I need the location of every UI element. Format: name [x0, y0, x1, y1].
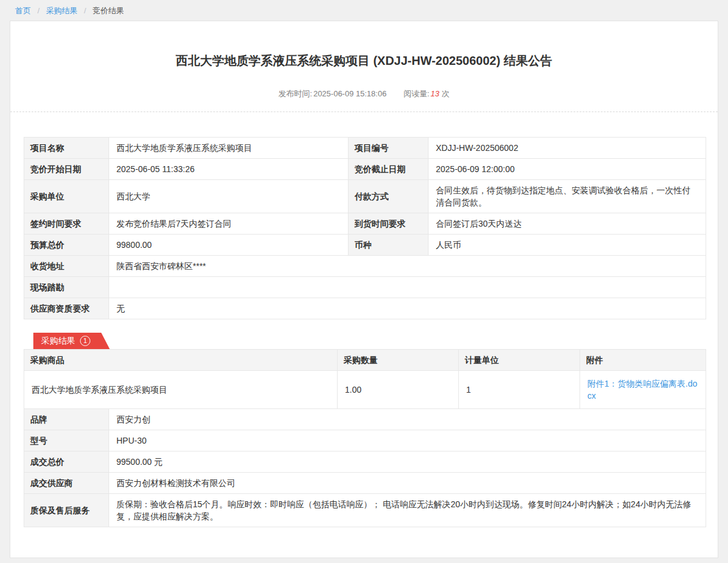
table-row: 成交供应商 西安力创材料检测技术有限公司 [24, 473, 706, 494]
label-project-name: 项目名称 [24, 138, 109, 159]
label-currency: 币种 [349, 235, 429, 256]
label-supplier-qualification: 供应商资质要求 [24, 298, 109, 319]
value-budget-total: 99800.00 [109, 235, 349, 256]
table-row: 项目名称 西北大学地质学系液压系统采购项目 项目编号 XDJJ-HW-20250… [24, 138, 706, 159]
breadcrumb-procurement-results-link[interactable]: 采购结果 [46, 6, 78, 15]
product-name: 西北大学地质学系液压系统采购项目 [24, 371, 338, 409]
value-delivery-address: 陕西省西安市碑林区**** [109, 256, 706, 277]
breadcrumb-current: 竞价结果 [93, 6, 124, 15]
label-deal-price: 成交总价 [24, 451, 109, 473]
announcement-card: 西北大学地质学系液压系统采购项目 (XDJJ-HW-202506002) 结果公… [10, 21, 718, 558]
label-bid-start-date: 竞价开始日期 [24, 159, 109, 180]
value-warranty-service: 质保期：验收合格后15个月。响应时效：即时响应（包括电话响应）； 电话响应无法解… [109, 494, 706, 527]
value-signing-time: 发布竞价结果后7天内签订合同 [109, 213, 349, 235]
page-title: 西北大学地质学系液压系统采购项目 (XDJJ-HW-202506002) 结果公… [35, 52, 693, 70]
publish-time-value: 2025-06-09 15:18:06 [313, 89, 387, 98]
product-row: 西北大学地质学系液压系统采购项目 1.00 1 附件1：货物类响应偏离表.doc… [24, 371, 706, 409]
value-currency: 人民币 [429, 235, 706, 256]
label-purchasing-unit: 采购单位 [24, 180, 109, 213]
read-count: 阅读量:13次 [404, 89, 450, 98]
result-table: 采购商品 采购数量 计量单位 附件 西北大学地质学系液压系统采购项目 1.00 … [24, 349, 706, 527]
table-row: 现场踏勘 [24, 277, 706, 298]
result-badge: 采购结果 1 [33, 333, 110, 349]
project-info-table: 项目名称 西北大学地质学系液压系统采购项目 项目编号 XDJJ-HW-20250… [24, 137, 706, 319]
value-bid-deadline: 2025-06-09 12:00:00 [429, 159, 706, 180]
header-product: 采购商品 [24, 350, 338, 371]
label-model: 型号 [24, 430, 109, 451]
label-winning-supplier: 成交供应商 [24, 473, 109, 494]
publish-time-label: 发布时间: [278, 89, 312, 98]
publish-meta: 发布时间:2025-06-09 15:18:06阅读量:13次 [10, 88, 718, 100]
result-badge-count: 1 [80, 336, 90, 346]
breadcrumb-home-link[interactable]: 首页 [15, 6, 31, 15]
result-badge-label: 采购结果 [41, 336, 75, 347]
label-project-number: 项目编号 [349, 138, 429, 159]
label-budget-total: 预算总价 [24, 235, 109, 256]
table-row: 质保及售后服务 质保期：验收合格后15个月。响应时效：即时响应（包括电话响应）；… [24, 494, 706, 527]
header-unit: 计量单位 [459, 350, 580, 371]
table-row: 收货地址 陕西省西安市碑林区**** [24, 256, 706, 277]
page: 首页 / 采购结果 / 竞价结果 西北大学地质学系液压系统采购项目 (XDJJ-… [0, 0, 728, 563]
label-warranty-service: 质保及售后服务 [24, 494, 109, 527]
value-bid-start-date: 2025-06-05 11:33:26 [109, 159, 349, 180]
table-row: 预算总价 99800.00 币种 人民币 [24, 235, 706, 256]
label-delivery-address: 收货地址 [24, 256, 109, 277]
value-delivery-time: 合同签订后30天内送达 [429, 213, 706, 235]
label-site-survey: 现场踏勘 [24, 277, 109, 298]
divider [10, 112, 718, 112]
label-bid-deadline: 竞价截止日期 [349, 159, 429, 180]
table-row: 采购单位 西北大学 付款方式 合同生效后，待货物到达指定地点、安装调试验收合格后… [24, 180, 706, 213]
product-quantity: 1.00 [338, 371, 459, 409]
label-delivery-time: 到货时间要求 [349, 213, 429, 235]
breadcrumb-separator: / [38, 6, 40, 15]
read-count-value: 13 [430, 89, 439, 98]
read-count-label: 阅读量: [404, 89, 430, 98]
label-payment-method: 付款方式 [349, 180, 429, 213]
table-row: 签约时间要求 发布竞价结果后7天内签订合同 到货时间要求 合同签订后30天内送达 [24, 213, 706, 235]
value-brand: 西安力创 [109, 409, 706, 430]
header-attachment: 附件 [580, 350, 706, 371]
value-project-number: XDJJ-HW-202506002 [429, 138, 706, 159]
label-brand: 品牌 [24, 409, 109, 430]
product-attachment-cell: 附件1：货物类响应偏离表.docx [580, 371, 706, 409]
table-row: 竞价开始日期 2025-06-05 11:33:26 竞价截止日期 2025-0… [24, 159, 706, 180]
value-project-name: 西北大学地质学系液压系统采购项目 [109, 138, 349, 159]
value-deal-price: 99500.00 元 [109, 451, 706, 473]
table-row: 成交总价 99500.00 元 [24, 451, 706, 473]
product-unit: 1 [459, 371, 580, 409]
header-quantity: 采购数量 [338, 350, 459, 371]
value-purchasing-unit: 西北大学 [109, 180, 349, 213]
value-supplier-qualification: 无 [109, 298, 706, 319]
breadcrumb-separator: / [84, 6, 87, 15]
breadcrumb: 首页 / 采购结果 / 竞价结果 [0, 0, 728, 21]
table-row: 供应商资质要求 无 [24, 298, 706, 319]
value-payment-method: 合同生效后，待货物到达指定地点、安装调试验收合格后，一次性付清合同货款。 [429, 180, 706, 213]
attachment-link[interactable]: 附件1：货物类响应偏离表.docx [587, 379, 697, 401]
result-table-header-row: 采购商品 采购数量 计量单位 附件 [24, 350, 706, 371]
value-winning-supplier: 西安力创材料检测技术有限公司 [109, 473, 706, 494]
value-site-survey [109, 277, 706, 298]
value-model: HPU-30 [109, 430, 706, 451]
label-signing-time: 签约时间要求 [24, 213, 109, 235]
publish-time: 发布时间:2025-06-09 15:18:06 [278, 89, 386, 98]
table-row: 品牌 西安力创 [24, 409, 706, 430]
table-row: 型号 HPU-30 [24, 430, 706, 451]
read-count-unit: 次 [442, 89, 450, 98]
